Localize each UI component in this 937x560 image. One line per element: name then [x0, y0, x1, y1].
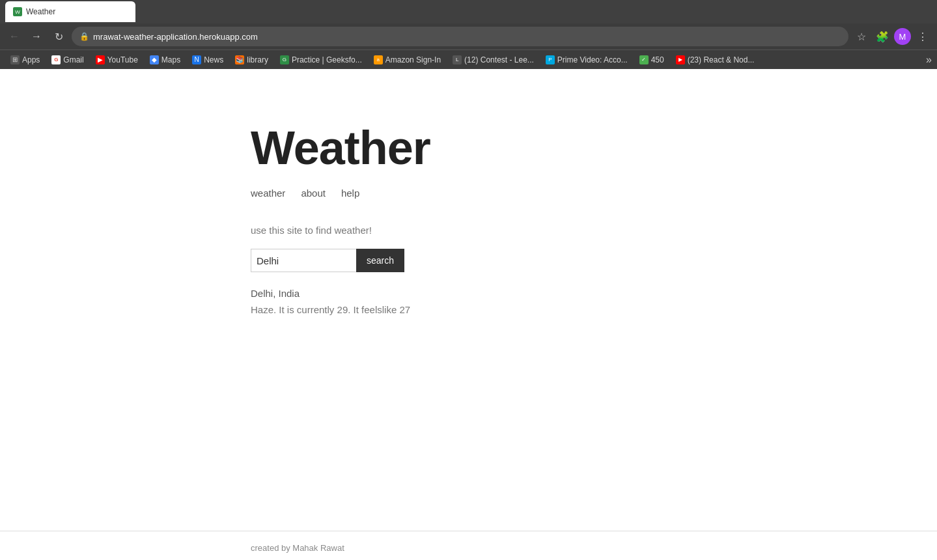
bookmark-gmail-label: Gmail	[63, 55, 83, 64]
gmail-favicon: G	[51, 55, 61, 64]
bookmark-maps-label: Maps	[161, 55, 180, 64]
bookmark-contest-label: (12) Contest - Lee...	[464, 55, 534, 64]
back-button[interactable]: ←	[5, 27, 23, 46]
bookmark-youtube-label: YouTube	[107, 55, 138, 64]
library-favicon: 📚	[235, 55, 244, 64]
page-content: Weather weather about help use this site…	[0, 69, 937, 525]
bookmarks-bar: ⊞ Apps G Gmail ▶ YouTube ◆ Maps N News 📚…	[0, 49, 937, 69]
page-title: Weather	[251, 121, 937, 175]
bookmark-apps[interactable]: ⊞ Apps	[5, 54, 45, 66]
nav-weather[interactable]: weather	[251, 188, 285, 199]
active-tab[interactable]: W Weather	[5, 1, 135, 22]
bookmark-contest[interactable]: L (12) Contest - Lee...	[447, 54, 539, 66]
reload-button[interactable]: ↻	[49, 27, 68, 46]
search-form: search	[251, 249, 937, 272]
bookmark-450-label: 450	[651, 55, 664, 64]
puzzle-icon: 🧩	[876, 31, 889, 43]
result-weather: Haze. It is currently 29. It feelslike 2…	[251, 304, 937, 315]
page-footer: created by Mahak Rawat	[0, 531, 937, 560]
result-location: Delhi, India	[251, 288, 937, 299]
bookmark-maps[interactable]: ◆ Maps	[145, 54, 186, 66]
tab-favicon: W	[13, 7, 22, 16]
reload-icon: ↻	[55, 31, 63, 43]
bookmark-news[interactable]: N News	[187, 54, 229, 66]
bookmark-prime[interactable]: P Prime Video: Acco...	[540, 54, 633, 66]
bookmark-geeks[interactable]: G Practice | Geeksfo...	[275, 54, 367, 66]
browser-toolbar: ← → ↻ 🔒 mrawat-weather-application.herok…	[0, 23, 937, 49]
address-bar[interactable]: 🔒 mrawat-weather-application.herokuapp.c…	[72, 27, 848, 46]
more-icon: ⋮	[917, 31, 928, 43]
page-wrapper: Weather weather about help use this site…	[0, 69, 937, 560]
browser-tabs: W Weather	[0, 0, 937, 23]
bookmark-library[interactable]: 📚 library	[230, 54, 273, 66]
amazon-favicon: a	[374, 55, 383, 64]
extension-button[interactable]: 🧩	[873, 27, 891, 46]
star-icon: ☆	[857, 31, 866, 43]
bookmark-geeks-label: Practice | Geeksfo...	[292, 55, 362, 64]
back-icon: ←	[9, 31, 20, 42]
geeks-favicon: G	[280, 55, 289, 64]
footer-credit: created by Mahak Rawat	[251, 543, 344, 553]
react-favicon: ▶	[676, 55, 685, 64]
news-favicon: N	[192, 55, 201, 64]
bookmark-react-label: (23) React & Nod...	[688, 55, 755, 64]
bookmark-amazon-label: Amazon Sign-In	[385, 55, 441, 64]
nav-help[interactable]: help	[341, 188, 359, 199]
url-display: mrawat-weather-application.herokuapp.com	[93, 32, 841, 42]
nav-links: weather about help	[251, 188, 937, 199]
profile-avatar[interactable]: M	[894, 28, 911, 45]
bookmark-library-label: library	[247, 55, 268, 64]
apps-favicon: ⊞	[10, 55, 20, 64]
search-input[interactable]	[251, 249, 356, 272]
bookmark-gmail[interactable]: G Gmail	[46, 54, 89, 66]
forward-icon: →	[31, 31, 42, 42]
contest-favicon: L	[453, 55, 462, 64]
maps-favicon: ◆	[150, 55, 159, 64]
forward-button[interactable]: →	[27, 27, 46, 46]
bookmark-apps-label: Apps	[22, 55, 40, 64]
bookmark-youtube[interactable]: ▶ YouTube	[91, 54, 143, 66]
browser-chrome: W Weather ← → ↻ 🔒 mrawat-weather-applica…	[0, 0, 937, 69]
bookmarks-more-button[interactable]: »	[926, 54, 932, 66]
450-favicon: ✓	[639, 55, 649, 64]
lock-icon: 🔒	[79, 32, 89, 41]
more-button[interactable]: ⋮	[914, 27, 932, 46]
prime-favicon: P	[546, 55, 555, 64]
bookmark-news-label: News	[204, 55, 223, 64]
nav-about[interactable]: about	[301, 188, 326, 199]
bookmark-react[interactable]: ▶ (23) React & Nod...	[671, 54, 760, 66]
star-button[interactable]: ☆	[852, 27, 871, 46]
search-button[interactable]: search	[356, 249, 404, 272]
youtube-favicon: ▶	[96, 55, 105, 64]
tagline: use this site to find weather!	[251, 225, 937, 236]
bookmark-prime-label: Prime Video: Acco...	[557, 55, 628, 64]
bookmark-amazon[interactable]: a Amazon Sign-In	[369, 54, 446, 66]
tab-title: Weather	[26, 7, 55, 16]
toolbar-actions: ☆ 🧩 M ⋮	[852, 27, 932, 46]
avatar-letter: M	[899, 32, 906, 42]
bookmark-450[interactable]: ✓ 450	[634, 54, 669, 66]
